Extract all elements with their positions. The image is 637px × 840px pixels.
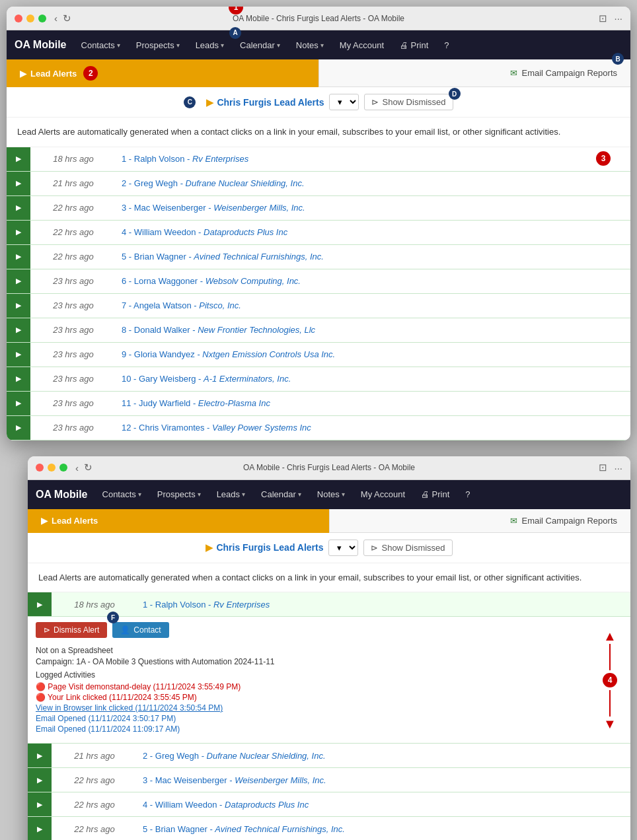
play-btn-5[interactable]: ▶ [7,245,30,269]
play-btn-w2-5[interactable]: ▶ [28,817,52,840]
nav-prospects-2[interactable]: Prospects ▾ [151,485,207,503]
nav-contacts-2[interactable]: Contacts ▾ [96,485,148,503]
back-button-2[interactable]: ‹ [75,462,79,473]
filter-label-1: ▶ Chris Furgis Lead Alerts [206,97,324,108]
lead-row-w2-5[interactable]: ▶ 22 hrs ago 5 - Brian Wagner - Avined T… [28,817,630,840]
forward-button-2[interactable]: ↻ [84,462,93,473]
nav-prospects[interactable]: Prospects ▾ [130,36,186,54]
lead-time-7: 23 hrs ago [30,300,116,310]
lead-row-w2-2[interactable]: ▶ 21 hrs ago 2 - Greg Wegh - Dufrane Nuc… [28,744,630,768]
more-icon: ··· [614,13,622,24]
minimize-button-2[interactable] [48,464,56,472]
nav-calendar[interactable]: Calendar ▾ [233,36,287,54]
play-btn-7[interactable]: ▶ [7,294,30,318]
play-btn-12[interactable]: ▶ [7,416,30,440]
lead-name-w2-4: 4 - William Weedon - Dataproducts Plus I… [137,800,630,810]
nav-print[interactable]: 🖨 Print [393,36,435,54]
contact-btn[interactable]: 👤 Contact [112,622,169,638]
nav-notes[interactable]: Notes ▾ [289,36,330,54]
more-icon-2: ··· [614,462,622,473]
lead-row-5[interactable]: ▶ 22 hrs ago 5 - Brian Wagner - Avined T… [7,245,630,269]
email-icon-2: ✉ [510,516,517,526]
activity-1: 🔴 Page Visit demonstand-delay (11/11/202… [36,682,622,691]
nav-leads[interactable]: Leads ▾ A [189,36,231,54]
close-button-2[interactable] [36,464,44,472]
play-btn-w2-3[interactable]: ▶ [28,768,52,792]
lead-row-1[interactable]: ▶ 18 hrs ago 1 - Ralph Volson - Rv Enter… [7,147,630,172]
back-button[interactable]: ‹ [54,13,57,24]
play-btn-9[interactable]: ▶ [7,343,30,367]
lead-row-3[interactable]: ▶ 22 hrs ago 3 - Mac Weisenberger - Weis… [7,196,630,221]
browser-nav-2: ‹ ↻ [75,462,93,473]
nav-myaccount-2[interactable]: My Account [354,485,412,503]
lead-name-5: 5 - Brian Wagner - Avined Technical Furn… [116,252,630,262]
dismiss-alert-btn[interactable]: ⊳ Dismiss Alert [36,622,107,638]
tab-lead-alerts-1[interactable]: ▶ Lead Alerts 2 [7,59,318,87]
lead-row-6[interactable]: ▶ 23 hrs ago 6 - Lorna Waggoner - Websol… [7,269,630,294]
nav-notes-2[interactable]: Notes ▾ [311,485,352,503]
activity-3[interactable]: View in Browser link clicked (11/11/2024… [36,703,622,713]
flag-icon-1: ▶ [20,69,26,79]
play-btn-exp[interactable]: ▶ [28,592,52,616]
lead-row-2[interactable]: ▶ 21 hrs ago 2 - Greg Wegh - Dufrane Nuc… [7,172,630,196]
nav-print-2[interactable]: 🖨 Print [414,485,456,503]
screen-icon-2: ⊡ [599,462,607,473]
annotation-3: 3 [596,151,611,166]
nav-help[interactable]: ? [437,36,455,54]
close-button[interactable] [15,15,22,22]
lead-name-w2-5: 5 - Brian Wagner - Avined Technical Furn… [137,824,630,834]
nav-leads-2[interactable]: Leads ▾ [210,485,252,503]
nav-help-2[interactable]: ? [459,485,476,503]
lead-row-11[interactable]: ▶ 23 hrs ago 11 - Judy Warfield - Electr… [7,392,630,416]
nav-contacts[interactable]: Contacts ▾ [75,36,127,54]
lead-row-7[interactable]: ▶ 23 hrs ago 7 - Angela Watson - Pitsco,… [7,294,630,318]
annotation-A: A [229,27,241,39]
play-btn-8[interactable]: ▶ [7,318,30,342]
lead-row-12[interactable]: ▶ 23 hrs ago 12 - Chris Viramontes - Val… [7,416,630,440]
nav-calendar-2[interactable]: Calendar ▾ [254,485,308,503]
play-btn-w2-4[interactable]: ▶ [28,792,52,816]
play-btn-4[interactable]: ▶ [7,221,30,244]
play-btn-2[interactable]: ▶ [7,172,30,195]
play-btn-11[interactable]: ▶ [7,392,30,415]
lead-name-4: 4 - William Weedon - Dataproducts Plus I… [116,227,630,237]
filter-row-1: C ▶ Chris Furgis Lead Alerts ▾ ⊳ Show Di… [7,87,630,118]
titlebar-2: ‹ ↻ OA Mobile - Chris Furgis Lead Alerts… [28,456,630,480]
activity-4: Email Opened (11/11/2024 3:50:17 PM) [36,714,622,723]
show-dismissed-btn-1[interactable]: ⊳ Show Dismissed D [364,94,453,110]
lead-name-exp: 1 - Ralph Volson - Rv Enterprises [137,600,630,610]
lead-row-8[interactable]: ▶ 23 hrs ago 8 - Donald Walker - New Fro… [7,318,630,343]
tab-email-reports-2[interactable]: ✉ Email Campaign Reports [329,509,631,533]
arrow-down: ▼ [603,717,617,732]
brand-2[interactable]: OA Mobile [36,489,88,501]
play-btn-3[interactable]: ▶ [7,196,30,220]
play-btn-6[interactable]: ▶ [7,269,30,293]
maximize-button[interactable] [38,15,46,22]
lead-row-4[interactable]: ▶ 22 hrs ago 4 - William Weedon - Datapr… [7,221,630,245]
activity-2: 🔴 Your Link clicked (11/11/2024 3:55:45 … [36,693,622,702]
window-title-2: OA Mobile - Chris Furgis Lead Alerts - O… [243,463,415,472]
forward-button[interactable]: ↻ [63,13,71,24]
annotation-F: F [107,612,119,623]
lead-row-9[interactable]: ▶ 23 hrs ago 9 - Gloria Wandyez - Nxtgen… [7,343,630,367]
tab-email-reports-1[interactable]: ✉ Email Campaign Reports B [318,59,631,87]
play-btn-10[interactable]: ▶ [7,367,30,391]
lead-row-expanded[interactable]: ▶ 18 hrs ago 1 - Ralph Volson - Rv Enter… [28,592,630,617]
play-btn-w2-2[interactable]: ▶ [28,744,52,767]
nav-myaccount[interactable]: My Account [333,36,391,54]
lead-row-10[interactable]: ▶ 23 hrs ago 10 - Gary Weisberg - A-1 Ex… [7,367,630,392]
lead-row-w2-3[interactable]: ▶ 22 hrs ago 3 - Mac Weisenberger - Weis… [28,768,630,792]
show-dismissed-btn-2[interactable]: ⊳ Show Dismissed [363,540,452,556]
lead-row-w2-4[interactable]: ▶ 22 hrs ago 4 - William Weedon - Datapr… [28,792,630,817]
info-text-2: Lead Alerts are automatically generated … [28,563,630,593]
filter-label-2: ▶ Chris Furgis Lead Alerts [206,542,323,553]
tab-lead-alerts-2[interactable]: ▶ Lead Alerts [28,509,329,533]
maximize-button-2[interactable] [59,464,67,472]
lead-list-1: 3 ▶ 18 hrs ago 1 - Ralph Volson - Rv Ent… [7,147,630,440]
filter-dropdown-1[interactable]: ▾ [329,94,359,110]
play-btn-1[interactable]: ▶ [7,147,30,171]
activity-5: Email Opened (11/11/2024 11:09:17 AM) [36,724,622,734]
minimize-button[interactable] [26,15,34,22]
filter-dropdown-2[interactable]: ▾ [328,540,358,556]
brand-1[interactable]: OA Mobile [15,39,67,51]
